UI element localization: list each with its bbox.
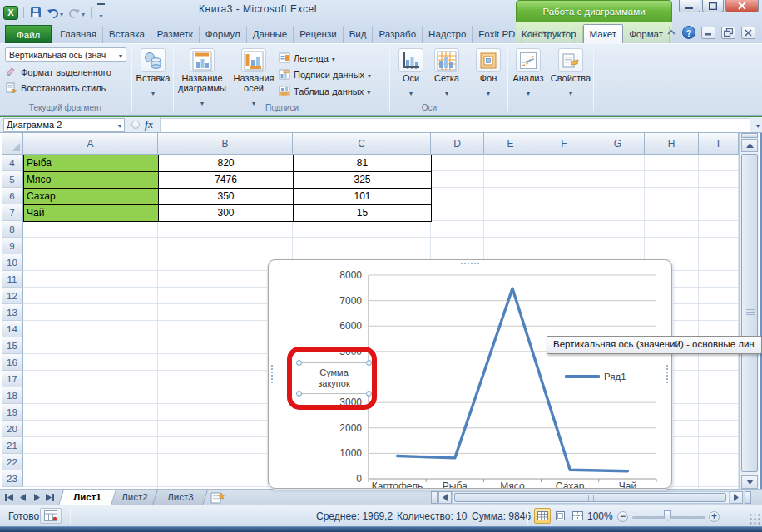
cell-product[interactable]: Сахар xyxy=(24,189,159,205)
row-header[interactable]: 10 xyxy=(2,254,23,271)
row-header[interactable]: 19 xyxy=(2,404,23,421)
scroll-up-icon[interactable] xyxy=(741,139,758,152)
cell-value[interactable]: 325 xyxy=(294,172,432,189)
cell-value[interactable]: 101 xyxy=(294,189,432,205)
column-header[interactable]: E xyxy=(484,133,537,155)
column-header[interactable]: G xyxy=(591,133,645,155)
select-all-corner[interactable] xyxy=(2,133,23,155)
column-header[interactable]: B xyxy=(158,133,293,155)
chart-object[interactable]: 800070006000500040003000200010000Картофе… xyxy=(268,259,672,489)
cell-product[interactable]: Чай xyxy=(24,205,159,222)
column-header[interactable]: A xyxy=(23,133,158,155)
workbook-restore-icon[interactable] xyxy=(721,27,735,39)
gridlines-button[interactable]: Сетка xyxy=(428,46,465,99)
ribbon-tab[interactable]: Формул xyxy=(200,26,247,43)
cell-product[interactable]: Мясо xyxy=(24,172,159,189)
ribbon-tab[interactable]: Разметк xyxy=(151,26,200,43)
ribbon-tab[interactable]: Разрабо xyxy=(373,26,423,43)
cell-value[interactable]: 350 xyxy=(159,189,294,205)
vertical-scrollbar[interactable] xyxy=(739,133,759,489)
row-header[interactable]: 6 xyxy=(2,188,23,204)
chart-drag-grip[interactable] xyxy=(460,262,480,266)
row-header[interactable]: 12 xyxy=(2,288,23,304)
resize-grip[interactable] xyxy=(749,513,760,525)
background-button[interactable]: Фон xyxy=(470,46,507,99)
zoom-out-button[interactable]: − xyxy=(617,511,628,522)
formula-input[interactable] xyxy=(161,118,750,132)
help-icon[interactable]: ? xyxy=(682,26,695,39)
chart-element-dropdown[interactable]: Вертикальная ось (знач xyxy=(5,47,126,62)
cell-value[interactable]: 300 xyxy=(159,205,294,222)
horizontal-scrollbar[interactable] xyxy=(452,491,730,504)
cell-value[interactable]: 7476 xyxy=(159,172,294,189)
reset-style-button[interactable]: Восстановить стиль xyxy=(3,80,128,96)
name-box-dropdown-icon[interactable] xyxy=(118,120,121,130)
name-box[interactable]: Диаграмма 2 xyxy=(3,118,125,132)
scroll-right-icon[interactable] xyxy=(730,491,743,504)
chart-title-button[interactable]: Название диаграммы xyxy=(176,46,229,109)
data-table-button[interactable]: Таблица данных xyxy=(279,84,371,98)
row-header[interactable]: 23 xyxy=(2,470,23,487)
close-button[interactable] xyxy=(725,0,759,12)
selection-handle[interactable] xyxy=(366,360,372,366)
cell-product[interactable]: Рыба xyxy=(24,155,159,172)
row-header[interactable]: 11 xyxy=(2,271,23,288)
axis-title-textbox[interactable]: Сумма закупок xyxy=(299,362,369,394)
tab-file[interactable]: Файл xyxy=(5,25,52,43)
scroll-down-icon[interactable] xyxy=(741,475,758,489)
page-layout-view-button[interactable] xyxy=(552,508,568,524)
column-header[interactable]: H xyxy=(645,133,699,155)
insert-worksheet-button[interactable] xyxy=(210,491,225,504)
expand-formula-bar-icon[interactable] xyxy=(756,122,760,130)
minimize-button[interactable] xyxy=(679,0,700,12)
split-handle[interactable] xyxy=(745,491,751,504)
maximize-button[interactable] xyxy=(702,0,724,12)
row-header[interactable]: 14 xyxy=(2,321,23,337)
row-header[interactable]: 5 xyxy=(2,171,23,188)
row-header[interactable]: 15 xyxy=(2,337,23,354)
row-header[interactable]: 16 xyxy=(2,354,23,371)
chart-legend[interactable]: Ряд1 xyxy=(565,372,626,382)
ribbon-tab-contextual[interactable]: Конструктор xyxy=(516,26,583,43)
workbook-close-icon[interactable] xyxy=(741,27,755,39)
selection-handle[interactable] xyxy=(366,391,372,397)
row-header[interactable]: 22 xyxy=(2,454,23,470)
first-sheet-icon[interactable] xyxy=(3,491,16,504)
row-header[interactable]: 13 xyxy=(2,304,23,321)
split-handle[interactable] xyxy=(741,133,758,138)
legend-button[interactable]: Легенда xyxy=(279,51,371,65)
ribbon-tab-contextual[interactable]: Формат xyxy=(623,26,670,43)
selection-handle[interactable] xyxy=(296,360,302,366)
zoom-slider-thumb[interactable] xyxy=(664,510,671,521)
format-selection-button[interactable]: Формат выделенного xyxy=(3,64,128,80)
row-header[interactable]: 20 xyxy=(2,421,23,437)
horizontal-scroll-thumb[interactable] xyxy=(454,493,726,502)
ribbon-tab-contextual[interactable]: Макет xyxy=(583,24,624,43)
row-header[interactable]: 8 xyxy=(2,221,23,238)
axes-button[interactable]: Оси xyxy=(393,46,428,99)
ribbon-tab[interactable]: Главная xyxy=(54,26,103,43)
row-header[interactable]: 21 xyxy=(2,437,23,454)
row-header[interactable]: 4 xyxy=(2,155,23,171)
ribbon-tab[interactable]: Надстро xyxy=(423,26,473,43)
zoom-level[interactable]: 100% xyxy=(587,510,613,522)
column-header[interactable]: F xyxy=(537,133,591,155)
zoom-in-button[interactable]: + xyxy=(709,511,720,522)
last-sheet-icon[interactable] xyxy=(43,491,56,504)
normal-view-button[interactable] xyxy=(534,508,551,524)
collapse-ribbon-icon[interactable] xyxy=(666,29,676,36)
cell-value[interactable]: 15 xyxy=(294,205,432,222)
sheet-tab[interactable]: Лист3 xyxy=(152,490,209,505)
ribbon-tab[interactable]: Вставка xyxy=(103,26,151,43)
column-header[interactable]: C xyxy=(293,133,431,155)
column-header[interactable]: I xyxy=(699,133,739,155)
selection-handle[interactable] xyxy=(296,391,302,397)
row-header[interactable]: 7 xyxy=(2,204,23,221)
insert-button[interactable]: Вставка xyxy=(134,46,172,99)
ribbon-tab[interactable]: Вид xyxy=(344,26,374,43)
page-break-view-button[interactable] xyxy=(569,508,586,524)
row-header[interactable]: 18 xyxy=(2,387,23,404)
prev-sheet-icon[interactable] xyxy=(17,491,29,504)
workbook-minimize-icon[interactable] xyxy=(701,27,715,39)
vertical-scroll-thumb[interactable] xyxy=(741,154,758,472)
